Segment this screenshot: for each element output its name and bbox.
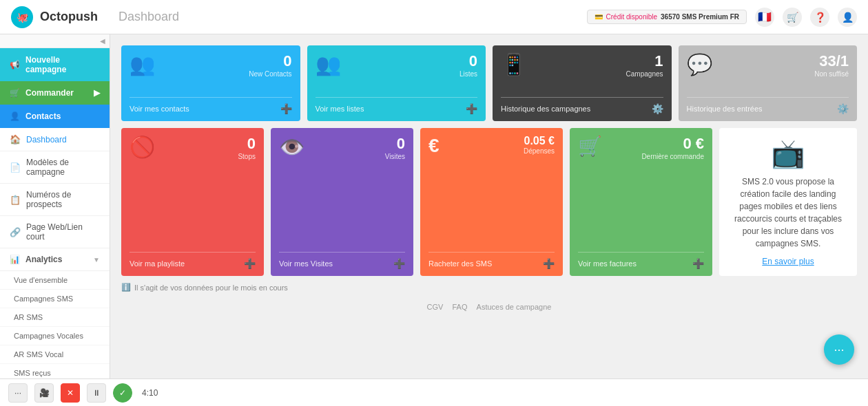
sidebar-item-campagnes-sms[interactable]: Campagnes SMS: [0, 290, 110, 308]
info-text: Il s'agit de vos données pour le mois en…: [134, 284, 288, 292]
new-campaign-icon: 📢: [10, 60, 20, 70]
cart-icon[interactable]: 🛒: [783, 8, 802, 27]
card-listes-icon: 👥: [316, 52, 341, 76]
sidebar-item-vue-ensemble[interactable]: Vue d'ensemble: [0, 271, 110, 290]
card-commande-icon: 🛒: [578, 135, 602, 158]
card-visites-count: 0: [385, 135, 405, 153]
card-listes-arrow: ➕: [466, 103, 477, 114]
card-nonsuffise-arrow: ⚙️: [837, 103, 849, 114]
card-visites-footer: Voir mes Visites ➕: [279, 252, 405, 269]
promo-icon: 📺: [771, 138, 805, 170]
sidebar-item-campagnes-vocales[interactable]: Campagnes Vocales: [0, 327, 110, 345]
promo-text: SMS 2.0 vous propose la création facile …: [729, 175, 847, 250]
card-stops-arrow: ➕: [244, 258, 256, 269]
card-depenses-arrow: ➕: [543, 258, 555, 269]
dashboard-cards-row1: 👥 0 New Contacts Voir mes contacts ➕ 👥 0: [121, 45, 857, 121]
card-listes-label: Listes: [459, 70, 477, 78]
card-campagnes-link[interactable]: Historique des campagnes: [501, 105, 590, 113]
toolbar-time: 4:10: [142, 388, 158, 398]
sidebar-item-dashboard[interactable]: 🏠 Dashboard: [0, 128, 110, 151]
help-icon[interactable]: ❓: [810, 8, 829, 27]
card-contacts-link[interactable]: Voir mes contacts: [130, 105, 189, 113]
sidebar-item-numeros[interactable]: 📋 Numéros de prospects: [0, 184, 110, 216]
analytics-label: Analytics: [25, 255, 62, 264]
sidebar-modeles-label: Modèles de campagne: [26, 158, 100, 177]
card-commande-arrow: ➕: [692, 258, 704, 269]
sidebar: ◀ 📢 Nouvelle campagne 🛒 Commander ▶ 👤 Co…: [0, 34, 110, 406]
credit-badge: 💳 Crédit disponible 36570 SMS Premium FR: [587, 10, 747, 24]
commander-arrow-icon: ▶: [94, 88, 100, 98]
card-nonsuffise-footer: Historique des entrées ⚙️: [687, 97, 849, 114]
promo-link[interactable]: En savoir plus: [762, 257, 814, 266]
toolbar-pause-icon[interactable]: ⏸: [87, 383, 106, 403]
card-header: € 0.05 € Dépenses: [428, 135, 555, 157]
credit-icon: 💳: [595, 13, 603, 21]
flag-icon[interactable]: 🇫🇷: [755, 8, 774, 27]
sidebar-page-web-label: Page Web/Lien court: [26, 222, 100, 242]
toolbar-video-icon[interactable]: 🎥: [34, 383, 54, 403]
card-commande-footer: Voir mes factures ➕: [578, 252, 704, 269]
commander-icon: 🛒: [10, 88, 20, 98]
card-listes-footer: Voir mes listes ➕: [316, 97, 478, 114]
footer-astuces[interactable]: Astuces de campagne: [477, 303, 552, 311]
card-contacts-footer: Voir mes contacts ➕: [130, 97, 292, 114]
sidebar-item-ar-sms[interactable]: AR SMS: [0, 308, 110, 327]
card-stops-footer: Voir ma playliste ➕: [130, 252, 256, 269]
card-header: 👥 0 Listes: [316, 52, 478, 78]
card-commande-link[interactable]: Voir mes factures: [578, 259, 637, 268]
card-stops-label: Stops: [238, 153, 256, 160]
info-icon: ℹ️: [121, 283, 131, 292]
toolbar-more-icon[interactable]: ···: [8, 383, 28, 403]
toolbar-close-button[interactable]: ✕: [61, 383, 80, 403]
analytics-icon: 📊: [10, 255, 20, 264]
commander-label: Commander: [25, 88, 74, 98]
dashboard-cards-row2: 🚫 0 Stops Voir ma playliste ➕ 👁️ 0: [121, 128, 857, 276]
card-depenses-footer: Racheter des SMS ➕: [428, 252, 555, 269]
card-campagnes: 📱 1 Campagnes Historique des campagnes ⚙…: [493, 45, 672, 121]
sidebar-collapse-icon[interactable]: ◀: [100, 37, 105, 45]
card-stops: 🚫 0 Stops Voir ma playliste ➕: [121, 128, 264, 276]
footer-cgv[interactable]: CGV: [427, 303, 444, 311]
card-listes: 👥 0 Listes Voir mes listes ➕: [307, 45, 486, 121]
logo-icon: 🐙: [11, 6, 33, 28]
card-nonsuffise-icon: 💬: [687, 52, 712, 76]
card-stops-link[interactable]: Voir ma playliste: [130, 259, 185, 268]
sidebar-item-modeles[interactable]: 📄 Modèles de campagne: [0, 151, 110, 184]
sidebar-item-ar-sms-vocal[interactable]: AR SMS Vocal: [0, 345, 110, 364]
card-non-suffise: 💬 33/1 Non suffisé Historique des entrée…: [679, 45, 858, 121]
logo-text: Octopush: [40, 10, 98, 24]
nouvelle-campagne-button[interactable]: 📢 Nouvelle campagne: [0, 48, 110, 81]
bottom-toolbar: ··· 🎥 ✕ ⏸ ✓ 4:10: [0, 378, 868, 406]
user-icon[interactable]: 👤: [838, 8, 857, 27]
credit-value: 36570 SMS Premium FR: [661, 13, 739, 21]
toolbar-confirm-button[interactable]: ✓: [113, 383, 132, 403]
card-depenses-link[interactable]: Racheter des SMS: [428, 259, 492, 268]
page-title: Dashboard: [118, 10, 179, 24]
sidebar-numeros-label: Numéros de prospects: [26, 190, 100, 209]
numeros-icon: 📋: [10, 195, 21, 205]
sidebar-item-page-web[interactable]: 🔗 Page Web/Lien court: [0, 216, 110, 248]
chat-bubble[interactable]: ···: [824, 334, 854, 365]
modeles-icon: 📄: [10, 162, 21, 173]
card-new-contacts: 👥 0 New Contacts Voir mes contacts ➕: [121, 45, 300, 121]
card-listes-link[interactable]: Voir mes listes: [316, 105, 364, 113]
main-footer: CGV FAQ Astuces de campagne: [121, 292, 857, 322]
credit-label: Crédit disponible: [606, 13, 658, 21]
card-derniere-commande: 🛒 0 € Dernière commande Voir mes facture…: [570, 128, 712, 276]
card-commande-count: 0 €: [641, 135, 704, 153]
card-header: 📱 1 Campagnes: [501, 52, 663, 78]
card-nonsuffise-count: 33/1: [814, 52, 849, 70]
card-visites-label: Visites: [385, 153, 405, 160]
card-nonsuffise-link[interactable]: Historique des entrées: [687, 105, 763, 113]
footer-faq[interactable]: FAQ: [452, 303, 467, 311]
card-listes-count: 0: [459, 52, 477, 70]
card-stops-count: 0: [238, 135, 256, 153]
card-contacts-icon: 👥: [130, 52, 155, 76]
card-visites-link[interactable]: Voir mes Visites: [279, 259, 333, 268]
contacts-button[interactable]: 👤 Contacts: [0, 105, 110, 128]
commander-button[interactable]: 🛒 Commander ▶: [0, 81, 110, 105]
card-visites-icon: 👁️: [279, 135, 304, 159]
card-header: 👁️ 0 Visites: [279, 135, 405, 160]
card-contacts-label: New Contacts: [249, 70, 291, 78]
analytics-section-header[interactable]: 📊 Analytics ▼: [0, 248, 110, 271]
